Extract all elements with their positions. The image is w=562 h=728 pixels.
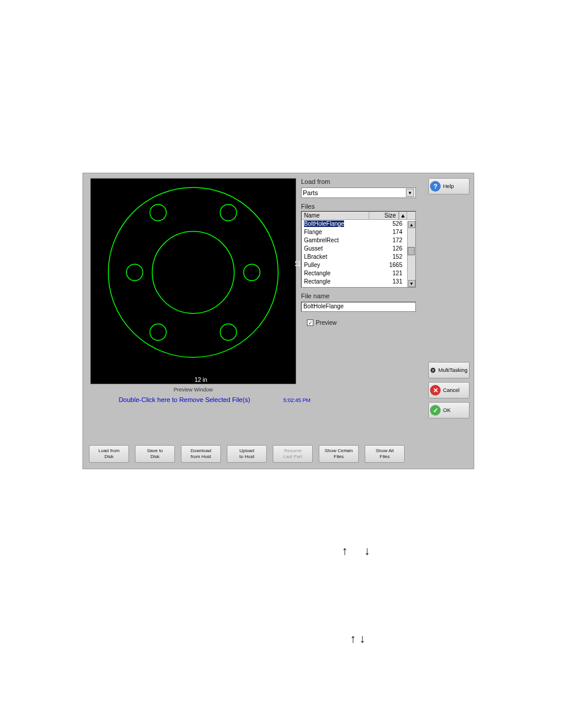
up-arrow-icon: ↑ (342, 544, 348, 558)
scroll-up-icon[interactable]: ▲ (408, 221, 415, 228)
multitask-label: MultiTasking (438, 367, 468, 373)
up-arrow-icon: ↑ (350, 632, 356, 645)
down-arrow-icon: ↓ (364, 544, 370, 558)
down-arrow-icon: ↓ (359, 632, 365, 645)
close-icon: ✕ (430, 385, 441, 396)
sort-icon[interactable]: ▲ (399, 212, 407, 219)
svg-point-0 (108, 187, 278, 357)
file-row[interactable]: Flange174 (302, 228, 415, 236)
file-row[interactable]: Gusset126 (302, 245, 415, 253)
scroll-down-icon[interactable]: ▼ (408, 280, 415, 287)
svg-point-2 (150, 205, 166, 221)
toolbar-button[interactable]: Uploadto Host (227, 445, 267, 463)
multitask-icon: ⚙ (430, 365, 436, 375)
scrollbar-thumb[interactable] (408, 247, 415, 255)
checkbox-icon[interactable]: ✓ (307, 319, 313, 326)
ok-button[interactable]: ✓ OK (428, 402, 470, 419)
file-row[interactable]: Rectangle131 (302, 278, 415, 286)
files-list: Name Size ▲ BoltHoleFlange526Flange174Ga… (301, 211, 416, 288)
preview-pane: 12 in 12 in (90, 178, 296, 384)
load-from-dropdown[interactable]: Parts ▼ (301, 187, 416, 198)
svg-point-1 (152, 231, 234, 313)
file-row[interactable]: BoltHoleFlange526 (302, 220, 415, 228)
preview-checkbox[interactable]: ✓ Preview (307, 319, 337, 326)
page-arrows-2: ↑ ↓ (350, 632, 365, 645)
preview-caption: Preview Window (90, 387, 296, 393)
toolbar-button[interactable]: Load fromDisk (89, 445, 129, 463)
cancel-label: Cancel (443, 387, 459, 393)
load-from-label: Load from (301, 178, 330, 185)
toolbar-button[interactable]: Show AllFiles (365, 445, 405, 463)
files-label: Files (301, 203, 315, 210)
file-row[interactable]: RoundedLBracket255 (302, 286, 415, 288)
help-button-label: Help (443, 183, 454, 189)
toolbar-button[interactable]: Save toDisk (135, 445, 175, 463)
multitasking-button[interactable]: ⚙ MultiTasking (428, 362, 470, 378)
svg-point-4 (127, 264, 143, 281)
toolbar-button: ResumeLast Part (273, 445, 313, 463)
help-icon: ? (430, 181, 441, 192)
svg-point-6 (150, 324, 166, 341)
load-from-value: Parts (303, 189, 318, 196)
file-row[interactable]: LBracket152 (302, 253, 415, 261)
files-header[interactable]: Name Size ▲ (302, 212, 415, 220)
svg-point-7 (220, 324, 237, 341)
filename-input[interactable]: BoltHoleFlange (301, 302, 416, 312)
bottom-toolbar: Load fromDiskSave toDiskDownloadfrom Hos… (89, 445, 424, 463)
file-row[interactable]: Rectangle121 (302, 269, 415, 278)
dimension-x: 12 in (98, 377, 304, 383)
help-button[interactable]: ? Help (428, 178, 470, 195)
cancel-button[interactable]: ✕ Cancel (428, 382, 470, 398)
column-name[interactable]: Name (302, 212, 369, 219)
toolbar-button[interactable]: Downloadfrom Host (181, 445, 221, 463)
file-row[interactable]: Pulley1665 (302, 261, 415, 269)
column-size[interactable]: Size (369, 212, 399, 219)
filename-label: File name (301, 292, 329, 299)
svg-point-3 (220, 205, 237, 221)
page-arrows-1: ↑ ↓ (342, 544, 370, 558)
file-row[interactable]: GambrelRect172 (302, 236, 415, 245)
check-icon: ✓ (430, 405, 441, 416)
remove-files-link[interactable]: Double-Click here to Remove Selected Fil… (90, 396, 279, 403)
ok-label: OK (443, 407, 451, 413)
chevron-down-icon[interactable]: ▼ (406, 189, 414, 197)
svg-point-5 (244, 264, 260, 281)
timestamp: 5:02:45 PM (283, 397, 310, 403)
toolbar-button[interactable]: Show CertainFiles (319, 445, 359, 463)
file-load-dialog: 12 in 12 in Preview Window Double-Click … (82, 173, 474, 469)
preview-checkbox-label: Preview (316, 319, 337, 326)
